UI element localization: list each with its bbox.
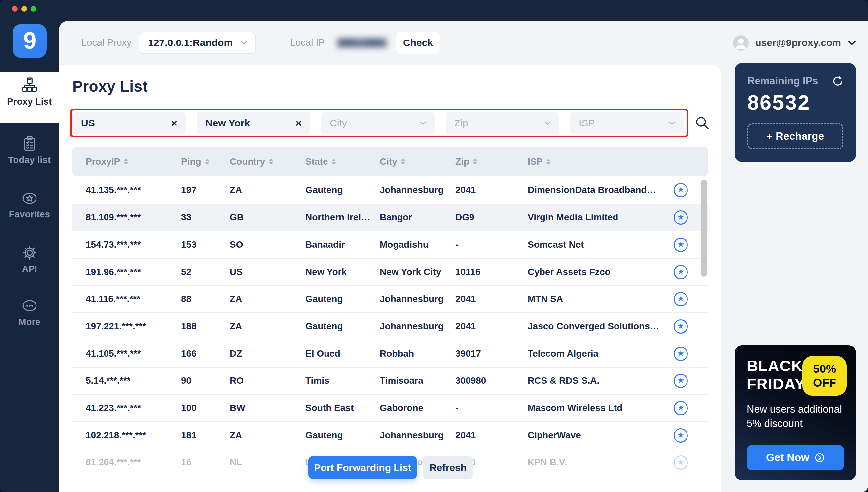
column-header-state[interactable]: State: [305, 156, 380, 167]
refresh-button[interactable]: Refresh: [423, 456, 473, 479]
clear-filter-icon[interactable]: ×: [171, 118, 177, 128]
table-scrollbar[interactable]: [701, 180, 707, 276]
cell-state: New York: [305, 267, 380, 277]
cell-city: Robbah: [380, 348, 455, 359]
filter-us[interactable]: US ×: [72, 112, 186, 134]
filter-placeholder: City: [330, 118, 347, 129]
minimize-window-button[interactable]: [21, 6, 27, 11]
cell-proxyip: 191.96.***.***: [85, 267, 181, 277]
remaining-ips-card: Remaining IPs 86532 + Recharge: [735, 63, 856, 162]
favorite-star-button[interactable]: ★: [673, 428, 688, 443]
filter-new-york[interactable]: New York ×: [197, 112, 310, 134]
avatar: [733, 35, 748, 51]
cell-zip: 2041: [455, 430, 528, 441]
close-window-button[interactable]: [12, 6, 18, 11]
table-row[interactable]: 41.116.***.*** 88 ZA Gauteng Johannesbur…: [72, 285, 708, 312]
refresh-remaining-button[interactable]: [832, 75, 843, 87]
refresh-icon: [832, 75, 843, 87]
sidebar-item-today-list[interactable]: Today list: [0, 136, 59, 165]
favorite-star-button[interactable]: ★: [673, 265, 688, 279]
cell-country: DZ: [230, 348, 305, 359]
cell-zip: 2041: [455, 321, 528, 331]
sort-icon: [205, 159, 209, 165]
chevron-down-icon: [420, 122, 426, 125]
cell-isp: Somcast Net: [528, 239, 671, 250]
star-icon: ★: [677, 186, 685, 194]
gear-icon: [0, 244, 59, 261]
table-row[interactable]: 102.218.***.*** 181 ZA Gauteng Johannesb…: [72, 421, 708, 448]
zoom-window-button[interactable]: [30, 6, 36, 11]
cell-isp: MTN SA: [528, 294, 671, 304]
column-header-ping[interactable]: Ping: [181, 156, 230, 167]
cell-zip: 2041: [455, 184, 528, 195]
cell-city: Johannesburg: [380, 321, 455, 331]
table-row[interactable]: 41.223.***.*** 100 BW South East Gaboron…: [72, 394, 708, 421]
sidebar-item-favorites[interactable]: Favorites: [0, 190, 59, 220]
column-header-isp[interactable]: ISP: [528, 156, 671, 167]
table-row[interactable]: 197.221.***.*** 188 ZA Gauteng Johannesb…: [72, 312, 708, 340]
recharge-button[interactable]: + Recharge: [747, 123, 843, 149]
star-icon: ★: [677, 213, 685, 221]
favorite-star-button[interactable]: ★: [673, 183, 688, 197]
cell-proxyip: 81.204.***.***: [85, 457, 181, 468]
column-header-city[interactable]: City: [380, 156, 455, 167]
search-icon: [695, 116, 710, 131]
sidebar-item-label: Today list: [0, 155, 59, 165]
table-header: ProxyIP Ping Country State City Zip ISP: [72, 147, 708, 176]
local-proxy-dropdown[interactable]: 127.0.0.1:Random: [139, 31, 256, 54]
favorite-star-button[interactable]: ★: [673, 401, 688, 415]
table-row[interactable]: 41.135.***.*** 197 ZA Gauteng Johannesbu…: [72, 176, 708, 203]
cell-isp: Cyber Assets Fzco: [528, 267, 671, 277]
cell-state: Banaadir: [305, 239, 380, 250]
sidebar-item-more[interactable]: More: [0, 297, 59, 327]
column-header-zip[interactable]: Zip: [455, 156, 528, 167]
window-controls: [12, 6, 36, 11]
cell-isp: Jasco Converged Solutions…: [528, 321, 671, 331]
cell-isp: Telecom Algeria: [528, 348, 671, 359]
table-row[interactable]: 191.96.***.*** 52 US New York New York C…: [72, 258, 708, 285]
cell-proxyip: 197.221.***.***: [85, 321, 181, 331]
star-icon: ★: [677, 268, 685, 275]
cell-state: Gauteng: [305, 184, 380, 195]
cell-proxyip: 41.105.***.***: [85, 348, 181, 359]
filter-city[interactable]: City: [321, 112, 435, 134]
favorite-star-button[interactable]: ★: [673, 347, 688, 361]
cell-state: Northern Irel…: [305, 212, 380, 223]
table-row[interactable]: 81.109.***.*** 33 GB Northern Irel… Bang…: [72, 203, 708, 231]
filter-value: US: [81, 118, 95, 129]
get-now-button[interactable]: Get Now: [746, 445, 844, 470]
sort-icon: [332, 159, 336, 165]
favorite-star-button[interactable]: ★: [673, 238, 688, 252]
port-forwarding-list-button[interactable]: Port Forwarding List: [308, 456, 417, 479]
clear-filter-icon[interactable]: ×: [295, 118, 302, 128]
filter-isp[interactable]: ISP: [570, 112, 684, 134]
sidebar-item-api[interactable]: API: [0, 244, 59, 274]
chevron-down-icon: [544, 122, 551, 125]
promo-description: New users additional 5% discount: [746, 402, 849, 431]
search-button[interactable]: [695, 116, 710, 131]
user-menu[interactable]: user@9proxy.com: [733, 31, 856, 54]
favorite-star-button[interactable]: ★: [673, 211, 688, 225]
sidebar-item-label: Favorites: [0, 210, 59, 220]
local-proxy-value: 127.0.0.1:Random: [148, 37, 233, 48]
table-row[interactable]: 41.105.***.*** 166 DZ El Oued Robbah 390…: [72, 340, 708, 367]
favorite-star-button[interactable]: ★: [673, 374, 688, 388]
table-row[interactable]: 154.73.***.*** 153 SO Banaadir Mogadishu…: [72, 231, 708, 258]
check-ip-button[interactable]: Check: [396, 31, 440, 54]
column-header-proxyip[interactable]: ProxyIP: [85, 156, 181, 167]
sidebar-item-proxy-list[interactable]: Proxy List: [0, 77, 59, 107]
cell-city: New York City: [380, 267, 455, 277]
star-icon: ★: [677, 431, 685, 439]
cell-state: Gauteng: [305, 294, 380, 304]
sidebar-item-label: Proxy List: [0, 97, 59, 107]
cell-ping: 197: [181, 184, 230, 195]
filter-zip[interactable]: Zip: [445, 112, 559, 134]
cell-proxyip: 81.109.***.***: [85, 212, 181, 223]
star-icon: ★: [677, 322, 685, 330]
cell-zip: DG9: [455, 212, 528, 223]
favorite-star-button[interactable]: ★: [673, 292, 688, 306]
favorite-star-button[interactable]: ★: [673, 319, 688, 334]
table-row[interactable]: 5.14.***.*** 90 RO Timis Timisoara 30098…: [72, 367, 708, 394]
favorite-star-button[interactable]: ★: [673, 456, 688, 470]
column-header-country[interactable]: Country: [230, 156, 305, 167]
